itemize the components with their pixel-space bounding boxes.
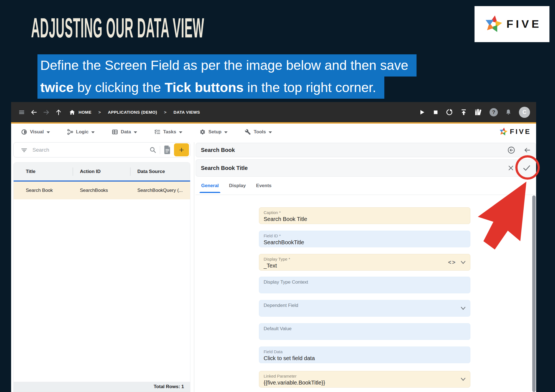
slide-canvas: ADJUSTING OUR DATA VIEW FIVE Define the … <box>0 0 555 392</box>
menu-label: Tools <box>254 129 266 135</box>
field-value: Search Book Title <box>264 216 466 222</box>
up-arrow-icon[interactable] <box>55 109 62 116</box>
five-logo-wordmark: FIVE <box>506 18 541 30</box>
field-label: Field Data <box>264 349 466 354</box>
menu-setup[interactable]: Setup <box>200 129 228 135</box>
breadcrumb-chevron-icon: > <box>99 110 101 114</box>
field-value: {{five.variable.BookTitle}} <box>264 380 466 386</box>
column-header-data-source[interactable]: Data Source <box>130 169 190 174</box>
menu-logic[interactable]: Logic <box>67 129 95 135</box>
chevron-down-icon[interactable] <box>461 306 466 310</box>
annotation-circle <box>515 155 540 180</box>
code-icon[interactable]: <> <box>448 259 456 266</box>
field-value: SearchBookTitle <box>264 239 466 246</box>
field-label: Display Type * <box>264 257 466 261</box>
breadcrumb-data-views[interactable]: DATA VIEWS <box>173 110 200 114</box>
chevron-down-icon[interactable] <box>461 260 466 264</box>
data-views-table: Title Action ID Data Source Search Book … <box>13 162 190 392</box>
field-field-data[interactable]: Field Data Click to set field data <box>259 347 470 363</box>
logic-icon <box>67 129 73 135</box>
document-icon[interactable] <box>163 146 171 154</box>
instruction-bold-tick-buttons: Tick buttons <box>165 80 243 95</box>
field-label: Field ID * <box>264 233 466 238</box>
dropdown-caret-icon <box>224 131 228 133</box>
tab-general[interactable]: General <box>201 183 219 193</box>
field-label: Caption * <box>264 210 466 215</box>
field-caption[interactable]: Caption * Search Book Title <box>259 207 470 224</box>
sidebar-search-bar: + <box>13 142 190 157</box>
avatar[interactable]: C <box>519 107 530 118</box>
field-icons: <> <box>448 259 466 266</box>
cell-data-source: SearchBookQuery (... <box>130 188 190 193</box>
field-field-id[interactable]: Field ID * SearchBookTitle <box>259 231 470 247</box>
menu-label: Setup <box>208 129 221 135</box>
field-label: Default Value <box>264 326 466 332</box>
refresh-icon[interactable] <box>446 109 453 116</box>
deploy-upload-icon[interactable] <box>460 109 467 116</box>
filter-icon[interactable] <box>21 147 27 153</box>
instruction-line-2: twice by clicking the Tick buttons in th… <box>37 77 384 99</box>
dropdown-caret-icon <box>179 131 182 133</box>
dropdown-caret-icon <box>91 131 95 133</box>
add-record-button[interactable]: + <box>174 143 189 156</box>
breadcrumb-home[interactable]: HOME <box>79 110 92 114</box>
setup-gear-icon <box>200 129 206 135</box>
field-linked-parameter[interactable]: Linked Parameter {{five.variable.BookTit… <box>259 371 470 388</box>
five-pinwheel-icon <box>499 127 508 136</box>
dropdown-caret-icon <box>134 131 137 133</box>
back-arrow-icon[interactable] <box>30 109 37 116</box>
field-display-type[interactable]: Display Type * _Text <> <box>259 254 470 271</box>
column-header-action-id[interactable]: Action ID <box>73 169 130 174</box>
breadcrumb-applications-demo[interactable]: APPLICATIONS (DEMO) <box>108 110 157 114</box>
menu-tasks[interactable]: Tasks <box>154 129 182 135</box>
cell-title: Search Book <box>14 188 73 193</box>
field-label: Linked Parameter <box>264 374 466 378</box>
table-row-selected[interactable]: Search Book SearchBooks SearchBookQuery … <box>14 180 190 199</box>
slide-title: ADJUSTING OUR DATA VIEW <box>31 12 204 44</box>
tools-wrench-icon <box>245 129 251 135</box>
instruction-line-1: Define the Screen Field as per the image… <box>37 54 417 77</box>
tab-events[interactable]: Events <box>256 183 272 193</box>
visual-icon <box>21 129 27 135</box>
back-arrow-icon[interactable] <box>523 147 531 154</box>
app-menubar: Visual Logic <box>11 124 536 140</box>
five-pinwheel-icon <box>483 14 503 34</box>
instruction-bold-twice: twice <box>40 80 74 95</box>
forward-arrow-icon[interactable] <box>43 109 50 116</box>
notifications-bell-icon[interactable] <box>505 109 512 116</box>
tab-display[interactable]: Display <box>229 183 246 193</box>
revert-circle-icon[interactable] <box>508 146 515 154</box>
cancel-x-icon[interactable] <box>508 165 514 171</box>
panel-splitter[interactable] <box>194 142 194 392</box>
column-header-title[interactable]: Title <box>14 169 73 174</box>
field-value: Click to set field data <box>264 355 466 362</box>
menu-visual[interactable]: Visual <box>21 129 50 135</box>
home-icon[interactable] <box>69 109 75 116</box>
annotation-arrow <box>472 177 533 255</box>
field-value: _Text <box>264 263 466 269</box>
topbar-left: HOME > APPLICATIONS (DEMO) > DATA VIEWS <box>18 109 419 116</box>
hamburger-menu-icon[interactable] <box>18 109 25 116</box>
field-dependent-field[interactable]: Dependent Field <box>259 300 470 317</box>
instruction-banner: Define the Screen Field as per the image… <box>37 54 417 99</box>
field-default-value[interactable]: Default Value <box>259 323 470 340</box>
five-logo-wordmark: FIVE <box>510 128 531 136</box>
five-logo-small: FIVE <box>499 127 531 136</box>
chevron-down-icon[interactable] <box>461 377 466 381</box>
search-input[interactable] <box>32 147 149 153</box>
help-icon[interactable]: ? <box>490 108 498 116</box>
menu-tools[interactable]: Tools <box>245 129 272 135</box>
search-icon[interactable] <box>149 146 157 154</box>
library-books-icon[interactable] <box>474 108 483 116</box>
stop-icon[interactable] <box>432 109 439 116</box>
field-icons <box>461 306 466 310</box>
cell-action-id: SearchBooks <box>73 188 130 193</box>
five-app-window: HOME > APPLICATIONS (DEMO) > DATA VIEWS <box>11 102 536 392</box>
dropdown-caret-icon <box>269 131 272 133</box>
field-editor-title: Search Book Title <box>201 165 508 171</box>
tasks-checklist-icon <box>154 129 160 135</box>
table-header-row: Title Action ID Data Source <box>14 162 190 180</box>
run-play-icon[interactable] <box>419 109 425 116</box>
field-display-type-context[interactable]: Display Type Context <box>259 277 470 293</box>
menu-data[interactable]: Data <box>112 129 137 135</box>
